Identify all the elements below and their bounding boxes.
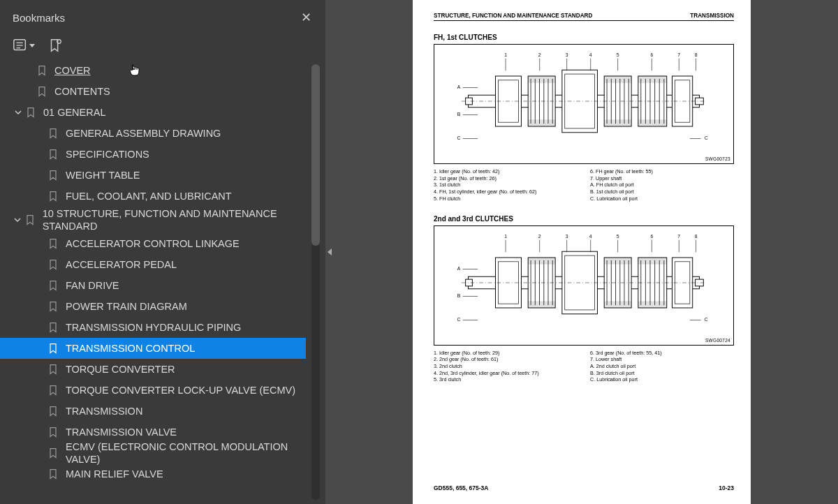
legend-2: 1. Idler gear (No. of teeth: 29)2. 2nd g… bbox=[434, 350, 734, 384]
bookmark-label: ACCELERATOR CONTROL LINKAGE bbox=[66, 237, 240, 250]
svg-text:1: 1 bbox=[504, 52, 507, 57]
legend-line: A. FH clutch oil port bbox=[590, 181, 734, 188]
svg-text:5: 5 bbox=[617, 52, 619, 57]
svg-text:4: 4 bbox=[589, 52, 592, 57]
figure-1-id: SWG00723 bbox=[705, 156, 730, 161]
svg-rect-99 bbox=[638, 301, 667, 308]
svg-text:2: 2 bbox=[538, 233, 541, 238]
bookmark-label: 10 STRUCTURE, FUNCTION AND MAINTENANCE S… bbox=[43, 207, 303, 232]
bookmarks-title: Bookmarks bbox=[13, 12, 65, 24]
bookmark-item[interactable]: TRANSMISSION HYDRAULIC PIPING bbox=[0, 317, 306, 338]
svg-text:3: 3 bbox=[566, 233, 568, 238]
svg-text:C: C bbox=[705, 317, 708, 322]
svg-rect-38 bbox=[638, 119, 667, 126]
header-right: TRANSMISSION bbox=[690, 13, 734, 19]
bookmarks-header: Bookmarks ✕ bbox=[0, 0, 325, 34]
footer-right: 10-23 bbox=[719, 484, 734, 491]
bookmark-label: ACCELERATOR PEDAL bbox=[66, 258, 177, 271]
svg-text:8: 8 bbox=[695, 233, 698, 238]
svg-text:6: 6 bbox=[650, 233, 653, 238]
footer-left: GD555, 655, 675-3A bbox=[434, 484, 488, 491]
find-bookmark-button[interactable] bbox=[47, 38, 63, 53]
figure-2: 12345678ABCC SWG00724 bbox=[434, 225, 734, 346]
figure-2-id: SWG00724 bbox=[705, 338, 730, 343]
bookmark-item[interactable]: 01 GENERAL bbox=[0, 102, 306, 123]
bookmark-label: 01 GENERAL bbox=[43, 106, 105, 119]
legend-line: B. 3rd clutch oil port bbox=[590, 370, 734, 377]
bookmarks-tree[interactable]: COVERCONTENTS01 GENERALGENERAL ASSEMBLY … bbox=[0, 60, 325, 504]
bookmark-item[interactable]: ACCELERATOR PEDAL bbox=[0, 254, 306, 275]
bookmark-item[interactable]: SPECIFICATIONS bbox=[0, 144, 306, 165]
legend-line: 5. FH clutch bbox=[434, 195, 578, 202]
svg-text:A: A bbox=[457, 266, 461, 271]
svg-rect-89 bbox=[604, 258, 631, 265]
bookmark-label: TORQUE CONVERTER bbox=[66, 363, 175, 376]
legend-1: 1. Idler gear (No. of teeth: 42)2. 1st g… bbox=[434, 168, 734, 202]
expand-toggle[interactable] bbox=[14, 109, 22, 116]
bookmark-item[interactable]: ACCELERATOR CONTROL LINKAGE bbox=[0, 233, 306, 254]
legend-line: 5. 3rd clutch bbox=[434, 376, 578, 383]
bookmark-item[interactable]: TRANSMISSION VALVE bbox=[0, 422, 306, 443]
bookmark-label: ECMV (ELECTRONIC CONTROL MODULATION VALV… bbox=[66, 440, 303, 466]
bookmark-item[interactable]: CONTENTS bbox=[0, 81, 306, 102]
svg-text:1: 1 bbox=[504, 233, 507, 238]
bookmark-label: MAIN RELIEF VALVE bbox=[66, 468, 163, 480]
svg-text:4: 4 bbox=[589, 233, 592, 238]
bookmark-label: COVER bbox=[54, 64, 91, 77]
bookmark-item[interactable]: ECMV (ELECTRONIC CONTROL MODULATION VALV… bbox=[0, 443, 306, 464]
bookmark-label: TORQUE CONVERTER LOCK-UP VALVE (ECMV) bbox=[66, 384, 295, 396]
bookmark-item[interactable]: TORQUE CONVERTER LOCK-UP VALVE (ECMV) bbox=[0, 380, 306, 401]
bookmark-item[interactable]: 10 STRUCTURE, FUNCTION AND MAINTENANCE S… bbox=[0, 207, 306, 233]
svg-rect-79 bbox=[528, 301, 555, 308]
svg-text:A: A bbox=[457, 84, 461, 89]
collapse-sidebar-handle[interactable] bbox=[325, 238, 334, 266]
bookmark-item[interactable]: GENERAL ASSEMBLY DRAWING bbox=[0, 123, 306, 144]
svg-rect-90 bbox=[604, 301, 631, 308]
legend-line: 7. Lower shaft bbox=[590, 356, 734, 363]
scrollbar-thumb[interactable] bbox=[311, 64, 320, 246]
bookmark-item[interactable]: POWER TRAIN DIAGRAM bbox=[0, 296, 306, 317]
bookmark-label: TRANSMISSION HYDRAULIC PIPING bbox=[66, 321, 241, 334]
pdf-page: STRUCTURE, FUNCTION AND MAINTENANCE STAN… bbox=[413, 0, 751, 504]
legend-line: 2. 2nd gear (No. of teeth: 61) bbox=[434, 356, 578, 363]
legend-line: C. Lubrication oil port bbox=[590, 376, 734, 383]
legend-line: 3. 1st clutch bbox=[434, 181, 578, 188]
bookmark-item[interactable]: FAN DRIVE bbox=[0, 275, 306, 296]
legend-line: C. Lubrication oil port bbox=[590, 195, 734, 202]
legend-line: 6. FH gear (No. of teeth: 55) bbox=[590, 168, 734, 175]
svg-rect-17 bbox=[528, 76, 555, 83]
expand-toggle[interactable] bbox=[14, 216, 22, 223]
bookmark-item[interactable]: TRANSMISSION CONTROL bbox=[0, 338, 306, 359]
legend-line: 2. 1st gear (No. of teeth: 26) bbox=[434, 175, 578, 182]
page-footer: GD555, 655, 675-3A 10-23 bbox=[434, 484, 734, 491]
bookmark-item[interactable]: WEIGHT TABLE bbox=[0, 165, 306, 186]
legend-line: 1. Idler gear (No. of teeth: 42) bbox=[434, 168, 578, 175]
svg-rect-98 bbox=[638, 258, 667, 265]
bookmark-item[interactable]: FUEL, COOLANT, AND LUBRICANT bbox=[0, 186, 306, 207]
bookmark-item[interactable]: TRANSMISSION bbox=[0, 401, 306, 422]
svg-text:3: 3 bbox=[566, 52, 568, 57]
bookmark-label: FAN DRIVE bbox=[66, 279, 119, 292]
legend-line: A. 2nd clutch oil port bbox=[590, 363, 734, 370]
bookmark-item[interactable]: COVER bbox=[0, 60, 306, 81]
svg-rect-78 bbox=[528, 258, 555, 265]
bookmark-item[interactable]: TORQUE CONVERTER bbox=[0, 359, 306, 380]
bookmark-item[interactable]: MAIN RELIEF VALVE bbox=[0, 464, 306, 484]
triangle-left-icon bbox=[328, 249, 332, 255]
svg-text:2: 2 bbox=[538, 52, 541, 57]
close-panel-button[interactable]: ✕ bbox=[297, 7, 316, 28]
svg-text:5: 5 bbox=[617, 233, 619, 238]
list-options-icon bbox=[13, 38, 28, 53]
header-left: STRUCTURE, FUNCTION AND MAINTENANCE STAN… bbox=[434, 13, 592, 19]
figure-1: 12345678ABCC SWG00723 bbox=[434, 44, 734, 164]
bookmark-label: TRANSMISSION bbox=[66, 405, 142, 417]
chevron-down-icon bbox=[29, 44, 35, 47]
svg-text:B: B bbox=[457, 293, 461, 298]
bookmark-options-button[interactable] bbox=[13, 38, 35, 53]
document-viewport[interactable]: STRUCTURE, FUNCTION AND MAINTENANCE STAN… bbox=[325, 0, 838, 504]
svg-rect-29 bbox=[604, 119, 631, 126]
svg-text:C: C bbox=[457, 317, 460, 322]
bookmark-label: CONTENTS bbox=[54, 85, 110, 98]
bookmark-label: FUEL, COOLANT, AND LUBRICANT bbox=[66, 190, 232, 202]
page-header: STRUCTURE, FUNCTION AND MAINTENANCE STAN… bbox=[434, 13, 734, 21]
